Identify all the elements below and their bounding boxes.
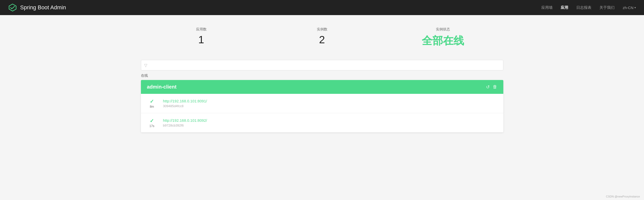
history-icon: ↺: [486, 85, 490, 90]
app-history-button[interactable]: ↺: [486, 84, 490, 90]
nav-item-about[interactable]: 关于我们: [599, 5, 615, 10]
app-card-actions: ↺ 🗑: [486, 84, 497, 90]
app-name: admin-client: [147, 84, 177, 90]
check-icon: ✓: [150, 98, 154, 104]
stats-row: 应用数 1 实例数 2 实例状态 全部在线: [141, 23, 503, 52]
instance-row: ✓ 8m http://192.168.0.101:8091/ 309485d4…: [141, 94, 503, 113]
stat-status: 实例状态 全部在线: [383, 23, 503, 52]
stat-apps: 应用数 1: [141, 23, 262, 52]
navbar: Spring Boot Admin 应用墙 应用 日志报表 关于我们 zh-CN…: [0, 0, 644, 15]
instance-status-2: ✓ 17s: [147, 118, 157, 128]
filter-input[interactable]: [149, 63, 500, 67]
svg-marker-0: [9, 4, 16, 11]
nav-item-apps[interactable]: 应用: [561, 5, 568, 10]
apps-value: 1: [141, 34, 262, 46]
nav-menu: 应用墙 应用 日志报表 关于我们 zh-CN ▾: [541, 5, 636, 10]
filter-wrapper: ▽: [141, 60, 503, 70]
instances-label: 实例数: [262, 27, 383, 32]
nav-item-logs[interactable]: 日志报表: [576, 5, 591, 10]
instance-url-1[interactable]: http://192.168.0.101:8091/: [163, 99, 207, 103]
stat-instances: 实例数 2: [262, 23, 383, 52]
status-value: 全部在线: [383, 34, 503, 48]
brand: Spring Boot Admin: [8, 3, 66, 12]
app-logo: [8, 3, 17, 12]
instance-info-1: http://192.168.0.101:8091/ 309485d4fcc8: [163, 99, 207, 108]
check-icon: ✓: [150, 118, 154, 124]
status-label: 实例状态: [383, 27, 503, 32]
instance-row: ✓ 17s http://192.168.0.101:8092/ b9728cb…: [141, 113, 503, 132]
section-online-label: 在线: [141, 73, 503, 78]
language-selector[interactable]: zh-CN ▾: [623, 6, 636, 10]
instance-time-1: 8m: [150, 105, 154, 108]
app-delete-button[interactable]: 🗑: [493, 84, 497, 90]
instance-url-2[interactable]: http://192.168.0.101:8092/: [163, 118, 207, 123]
apps-label: 应用数: [141, 27, 262, 32]
filter-row: ▽: [141, 60, 503, 70]
instances-value: 2: [262, 34, 383, 46]
app-card-header: admin-client ↺ 🗑: [141, 80, 503, 94]
filter-icon: ▽: [144, 63, 147, 68]
instance-status-1: ✓ 8m: [147, 98, 157, 108]
instance-id-2: b9728cb392f6: [163, 124, 207, 127]
nav-item-wall[interactable]: 应用墙: [541, 5, 553, 10]
trash-icon: 🗑: [493, 84, 497, 89]
instance-id-1: 309485d4fcc8: [163, 104, 207, 108]
app-title: Spring Boot Admin: [20, 4, 66, 11]
lang-label: zh-CN: [623, 6, 633, 10]
instance-time-2: 17s: [149, 124, 154, 128]
chevron-down-icon: ▾: [634, 6, 636, 9]
app-card-admin-client: admin-client ↺ 🗑 ✓ 8m http://192.168.0.1…: [141, 80, 503, 132]
footer-note: CSDN @newProxyInstance: [606, 195, 640, 198]
main-content: 应用数 1 实例数 2 实例状态 全部在线 ▽ 在线 admin-client …: [121, 15, 523, 144]
instance-info-2: http://192.168.0.101:8092/ b9728cb392f6: [163, 118, 207, 127]
app-card-body: ✓ 8m http://192.168.0.101:8091/ 309485d4…: [141, 94, 503, 132]
